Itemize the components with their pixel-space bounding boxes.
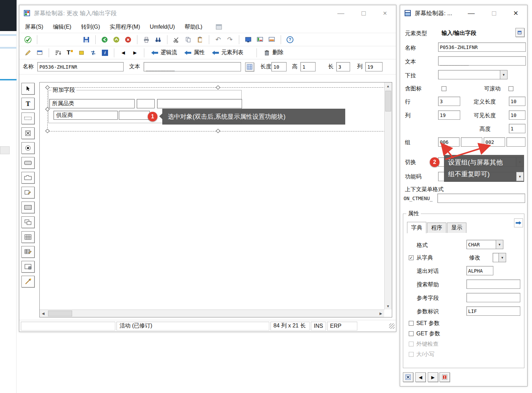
height-input[interactable]: 1 xyxy=(300,62,316,71)
minimize-icon[interactable]: — xyxy=(337,10,344,17)
vertical-scrollbar[interactable]: ▲ ▼ xyxy=(384,82,392,310)
panel-titlebar[interactable]: 屏幕绘制器: ... — □ × xyxy=(400,5,527,21)
cancel-button[interactable] xyxy=(123,35,133,45)
close-icon[interactable]: × xyxy=(513,9,518,17)
category-input-small[interactable] xyxy=(137,99,155,108)
with-icon-checkbox[interactable] xyxy=(442,86,446,91)
text-tool[interactable]: T xyxy=(21,98,35,109)
paste-button[interactable] xyxy=(195,35,205,45)
dropdown-arrow-icon[interactable]: ▼ xyxy=(500,70,507,79)
prev-button[interactable]: ◀ xyxy=(118,48,128,58)
menu-help[interactable]: 帮助(L) xyxy=(185,23,203,31)
from-dictionary-checkbox[interactable]: ✓ xyxy=(409,255,414,260)
subscreen-tool[interactable] xyxy=(21,202,35,213)
minimize-icon[interactable]: — xyxy=(468,10,475,17)
text-input[interactable]: __________ xyxy=(438,56,526,66)
tab-program[interactable]: 程序 xyxy=(427,223,446,233)
print-button[interactable] xyxy=(141,35,152,45)
convert-button[interactable] xyxy=(88,48,98,58)
frame-tool[interactable] xyxy=(21,187,35,198)
name-input[interactable]: P0536-ZHLIFNR xyxy=(438,42,526,52)
attributes-button[interactable]: 属性 xyxy=(181,48,207,58)
scroll-up-icon[interactable]: ▲ xyxy=(385,82,391,89)
horizontal-scrollbar[interactable]: ◀ ▶ xyxy=(40,310,384,317)
display-screen-button[interactable] xyxy=(243,35,253,45)
text-input[interactable]: __________ xyxy=(144,62,241,71)
previous-element-button[interactable]: ◀ xyxy=(415,372,426,382)
scroll-right-icon[interactable]: ▶ xyxy=(377,310,384,317)
param-id-input[interactable]: LIF xyxy=(466,306,520,316)
on-ctmenu-input[interactable] xyxy=(437,194,525,203)
menu-goto[interactable]: 转到(G) xyxy=(81,23,100,31)
modify-button[interactable] xyxy=(23,48,33,58)
step-loop-tool[interactable] xyxy=(21,246,35,258)
modify-dropdown-icon[interactable]: ▼ xyxy=(499,253,506,262)
menu-screen[interactable]: 屏幕(S) xyxy=(25,23,43,31)
sort-button[interactable] xyxy=(53,48,63,58)
layout-editor-button[interactable] xyxy=(35,48,45,58)
pushbutton-tool[interactable] xyxy=(21,157,35,169)
maximize-icon[interactable]: □ xyxy=(492,10,496,17)
menu-utilities[interactable]: 实用程序(M) xyxy=(110,23,140,31)
error-check-button[interactable] xyxy=(439,372,450,382)
category-input-large[interactable] xyxy=(157,99,242,108)
scrollable-checkbox[interactable] xyxy=(509,86,513,91)
vis-length-input[interactable]: 10 xyxy=(509,110,525,120)
length-input[interactable]: 10 xyxy=(271,62,287,71)
copy-button[interactable] xyxy=(183,35,193,45)
delete-button[interactable]: 删除 xyxy=(261,48,286,58)
func-code-dropdown-icon[interactable]: ▼ xyxy=(516,172,524,181)
redo-button[interactable]: ↷ xyxy=(225,35,235,45)
wizard-tool[interactable] xyxy=(21,276,35,287)
main-titlebar[interactable]: 屏幕绘制器: 更改 输入/输出字段 — □ × xyxy=(19,5,396,21)
horizontal-scroll-thumb[interactable] xyxy=(48,311,72,316)
group-input-3[interactable]: 002 xyxy=(484,137,505,147)
exit-dialog-input[interactable]: ALPHA xyxy=(466,266,493,275)
menu-edit[interactable]: 编辑(E) xyxy=(53,23,71,31)
text-grid-button[interactable] xyxy=(245,62,254,71)
close-panel-button[interactable] xyxy=(403,372,413,382)
set-param-checkbox[interactable] xyxy=(409,321,414,326)
properties-window-button[interactable] xyxy=(515,28,524,37)
name-input[interactable]: P0536-ZHLIFNR xyxy=(37,62,124,71)
radio-button-tool[interactable] xyxy=(21,142,35,154)
category-keyword-field[interactable]: 所属品类 xyxy=(49,99,135,108)
group-input-2[interactable] xyxy=(461,137,482,147)
supplier-keyword-field[interactable]: 供应商 xyxy=(54,111,118,120)
col-input[interactable]: 19 xyxy=(438,110,460,120)
info-button[interactable]: i xyxy=(100,48,110,58)
search-help-input[interactable] xyxy=(466,279,520,289)
scroll-left-icon[interactable]: ◀ xyxy=(40,310,47,317)
select-tool[interactable] xyxy=(21,83,35,95)
tab-display[interactable]: 显示 xyxy=(447,223,466,233)
format-dropdown-icon[interactable]: ▼ xyxy=(496,240,503,249)
custom-control-tool[interactable] xyxy=(21,261,35,273)
modify-input[interactable] xyxy=(493,253,499,262)
next-element-button[interactable]: ▶ xyxy=(428,372,438,382)
row-input[interactable]: 3 xyxy=(438,97,460,106)
element-list-button[interactable]: 元素列表 xyxy=(209,48,246,58)
vertical-scroll-thumb[interactable] xyxy=(385,91,391,111)
col-input[interactable]: 19 xyxy=(365,62,383,71)
test-screen-button[interactable] xyxy=(267,35,277,45)
logic-flow-button[interactable]: 逻辑流 xyxy=(148,48,180,58)
tab-dictionary[interactable]: 字典 xyxy=(407,222,426,233)
close-icon[interactable]: × xyxy=(383,10,387,17)
help-button[interactable]: ? xyxy=(285,35,295,45)
ref-field-input[interactable] xyxy=(466,293,520,302)
resize-grip[interactable] xyxy=(389,323,395,329)
window-menu-icon[interactable] xyxy=(215,24,222,30)
back-button[interactable] xyxy=(99,35,110,45)
screen-canvas[interactable]: 附加字段 所属品类 供应商 1 选中对象(双击后,系统显示属性设置功能块) xyxy=(40,82,384,310)
exit-button[interactable] xyxy=(111,35,122,45)
maximize-icon[interactable]: □ xyxy=(361,10,366,17)
find-button[interactable] xyxy=(153,35,163,45)
next-button[interactable]: ▶ xyxy=(130,48,140,58)
dropdown-input[interactable] xyxy=(438,70,500,79)
save-button[interactable] xyxy=(81,35,91,45)
height-input[interactable]: 1 xyxy=(509,124,525,133)
group-input-1[interactable]: 006 xyxy=(438,137,460,147)
enter-button[interactable] xyxy=(23,35,33,45)
undo-button[interactable]: ↶ xyxy=(213,35,223,45)
menu-umfeld[interactable]: Umfeld(U) xyxy=(150,24,175,30)
